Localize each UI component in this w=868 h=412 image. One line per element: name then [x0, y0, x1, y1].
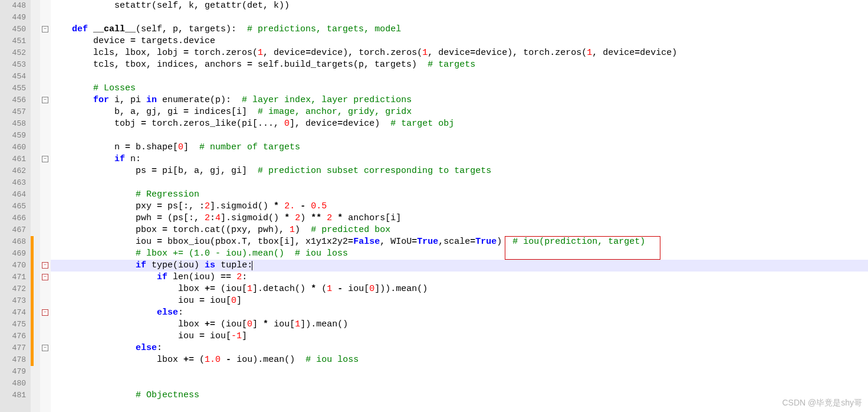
line-number: 481 — [0, 390, 26, 401]
line-number: 449 — [0, 12, 26, 24]
line-number: 472 — [0, 283, 26, 295]
code-line[interactable]: lcls, lbox, lobj = torch.zeros(1, device… — [51, 47, 868, 59]
line-number: 456 — [0, 94, 26, 106]
code-line[interactable] — [51, 378, 868, 390]
fold-toggle[interactable]: − — [42, 156, 48, 162]
code-line[interactable]: # Objectness — [51, 390, 868, 401]
code-line[interactable]: tobj = torch.zeros_like(pi[..., 0], devi… — [51, 118, 868, 130]
code-line[interactable]: b, a, gj, gi = indices[i] # image, ancho… — [51, 106, 868, 118]
line-number-gutter: 4484494504514524534544554564574584594604… — [0, 0, 31, 412]
line-number: 478 — [0, 354, 26, 366]
code-line[interactable]: lbox += (iou[1].detach() * (1 - iou[0]))… — [51, 283, 868, 295]
code-line[interactable]: lbox += (iou[0] * iou[1]).mean() — [51, 319, 868, 331]
line-number: 461 — [0, 153, 26, 165]
line-number: 454 — [0, 71, 26, 83]
line-number: 470 — [0, 260, 26, 272]
line-number: 466 — [0, 212, 26, 224]
line-number: 458 — [0, 118, 26, 130]
line-number: 452 — [0, 47, 26, 59]
change-bar — [31, 236, 34, 366]
code-line[interactable]: iou = iou[-1] — [51, 331, 868, 342]
code-line[interactable]: if type(iou) is tuple: — [51, 260, 868, 272]
fold-toggle[interactable]: − — [42, 309, 48, 316]
code-line[interactable]: pbox = torch.cat((pxy, pwh), 1) # predic… — [51, 224, 868, 236]
code-line[interactable]: tcls, tbox, indices, anchors = self.buil… — [51, 59, 868, 71]
line-number: 465 — [0, 201, 26, 212]
code-line[interactable]: for i, pi in enumerate(p): # layer index… — [51, 94, 868, 106]
line-number: 476 — [0, 331, 26, 342]
line-number: 459 — [0, 130, 26, 142]
code-line[interactable]: # lbox += (1.0 - iou).mean() # iou loss — [51, 248, 868, 260]
code-line[interactable] — [51, 177, 868, 189]
line-number: 451 — [0, 35, 26, 47]
code-line[interactable]: device = targets.device — [51, 35, 868, 47]
line-number: 453 — [0, 59, 26, 71]
fold-toggle[interactable]: − — [42, 274, 48, 280]
code-line[interactable]: n = b.shape[0] # number of targets — [51, 142, 868, 153]
line-number: 468 — [0, 236, 26, 248]
fold-toggle[interactable]: − — [42, 26, 48, 32]
text-caret — [252, 261, 252, 270]
code-line[interactable]: pxy = ps[:, :2].sigmoid() * 2. - 0.5 — [51, 201, 868, 212]
fold-toggle[interactable]: − — [42, 345, 48, 351]
code-line[interactable]: if len(iou) == 2: — [51, 272, 868, 283]
line-number: 463 — [0, 177, 26, 189]
line-number: 480 — [0, 378, 26, 390]
code-line[interactable] — [51, 12, 868, 24]
code-line[interactable]: def __call__(self, p, targets): # predic… — [51, 24, 868, 35]
line-number: 450 — [0, 24, 26, 35]
line-number: 471 — [0, 272, 26, 283]
line-number: 462 — [0, 165, 26, 177]
code-line[interactable]: setattr(self, k, getattr(det, k)) — [51, 0, 868, 12]
code-line[interactable]: lbox += (1.0 - iou).mean() # iou loss — [51, 354, 868, 366]
code-line[interactable]: else: — [51, 342, 868, 354]
fold-toggle[interactable]: − — [42, 262, 48, 269]
line-number: 469 — [0, 248, 26, 260]
code-line[interactable]: else: — [51, 307, 868, 319]
code-area[interactable]: setattr(self, k, getattr(det, k)) def __… — [51, 0, 868, 412]
fold-column: −−−−−−− — [40, 0, 51, 412]
fold-toggle[interactable]: − — [42, 97, 48, 103]
line-number: 448 — [0, 0, 26, 12]
line-number: 460 — [0, 142, 26, 153]
line-number: 475 — [0, 319, 26, 331]
code-line[interactable] — [51, 130, 868, 142]
line-number: 457 — [0, 106, 26, 118]
line-number: 479 — [0, 366, 26, 378]
line-number: 455 — [0, 83, 26, 94]
code-editor: 4484494504514524534544554564574584594604… — [0, 0, 868, 412]
line-number: 474 — [0, 307, 26, 319]
code-line[interactable]: pwh = (ps[:, 2:4].sigmoid() * 2) ** 2 * … — [51, 212, 868, 224]
code-line[interactable]: iou = bbox_iou(pbox.T, tbox[i], x1y1x2y2… — [51, 236, 868, 248]
code-line[interactable] — [51, 366, 868, 378]
line-number: 467 — [0, 224, 26, 236]
code-line[interactable]: # Regression — [51, 189, 868, 201]
code-line[interactable]: if n: — [51, 153, 868, 165]
change-marker-column — [31, 0, 40, 412]
code-line[interactable]: ps = pi[b, a, gj, gi] # prediction subse… — [51, 165, 868, 177]
line-number: 477 — [0, 342, 26, 354]
code-line[interactable]: # Losses — [51, 83, 868, 94]
line-number: 464 — [0, 189, 26, 201]
code-line[interactable]: iou = iou[0] — [51, 295, 868, 307]
line-number: 473 — [0, 295, 26, 307]
code-line[interactable] — [51, 71, 868, 83]
